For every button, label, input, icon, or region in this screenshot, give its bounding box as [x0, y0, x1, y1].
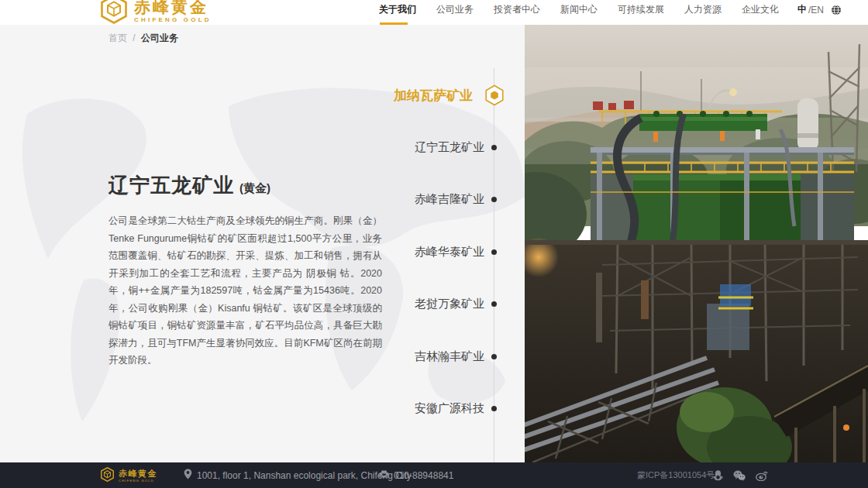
footer-logo-hexagon-icon — [101, 467, 114, 485]
footer-address: 1001, floor 1, Nanshan ecological park, … — [184, 462, 412, 488]
nav-item-investor[interactable]: 投资者中心 — [494, 3, 540, 16]
nav-item-culture[interactable]: 企业文化 — [742, 3, 779, 16]
lang-zh-label[interactable]: 中 — [797, 3, 807, 16]
nav-item-news[interactable]: 新闻中心 — [560, 3, 598, 16]
logo-title: 赤峰黄金 — [134, 0, 212, 15]
timeline-dot[interactable] — [491, 145, 497, 150]
footer-logo-title: 赤峰黄金 — [119, 469, 168, 478]
footer-icp: 蒙ICP备13001054号 — [637, 462, 715, 488]
site-footer: 赤峰黄金 CHIFENG GOLD 1001, floor 1, Nanshan… — [0, 462, 868, 488]
wechat-icon[interactable] — [733, 470, 746, 481]
timeline-dot[interactable] — [491, 197, 497, 202]
globe-icon[interactable] — [831, 5, 842, 15]
phone-icon — [379, 470, 389, 481]
footer-logo-subtitle: CHIFENG GOLD — [119, 479, 154, 482]
chifeng-gold-logo[interactable]: 赤峰黄金 CHIFENG GOLD — [101, 0, 212, 27]
nav-item-hr[interactable]: 人力资源 — [684, 3, 722, 16]
nav-item-sustainability[interactable]: 可持续发展 — [618, 3, 664, 16]
logo-hexagon-icon — [101, 0, 127, 27]
timeline-item-chifeng-huatai[interactable]: 赤峰华泰矿业 — [415, 245, 484, 259]
site-header: 赤峰黄金 CHIFENG GOLD 关于我们 公司业务 投资者中心 新闻中心 可… — [0, 0, 868, 25]
timeline-item-anhui-guangyuan[interactable]: 安徽广源科技 — [415, 401, 484, 416]
content-panel: 首页 / 公司业务 辽宁五龙矿业(黄金) 公司是全球第二大钴生产商及全球领先的铜… — [0, 25, 525, 462]
nav-item-business[interactable]: 公司业务 — [436, 3, 474, 16]
timeline-dot[interactable] — [491, 249, 497, 255]
timeline-dot[interactable] — [491, 406, 497, 411]
timeline-dot[interactable] — [491, 354, 497, 359]
main-nav: 关于我们 公司业务 投资者中心 新闻中心 可持续发展 人力资源 企业文化 中 /… — [379, 3, 842, 16]
footer-phone: 010-88948841 — [379, 462, 453, 488]
nav-item-about[interactable]: 关于我们 — [379, 3, 416, 16]
timeline-item-laos-vientiane[interactable]: 老挝万象矿业 — [415, 297, 484, 311]
lang-en-label[interactable]: /EN — [808, 5, 824, 15]
language-switch[interactable]: 中 /EN — [797, 3, 842, 16]
qq-icon[interactable] — [713, 469, 723, 481]
logo-subtitle: CHIFENG GOLD — [134, 17, 212, 23]
timeline-dot[interactable] — [491, 301, 497, 307]
timeline-line — [494, 68, 494, 462]
footer-social-links — [713, 462, 768, 488]
timeline-item-liaoning-wulong[interactable]: 辽宁五龙矿业 — [415, 140, 484, 155]
footer-phone-text: 010-88948841 — [394, 470, 453, 481]
timeline-item-ghana-wassa[interactable]: 加纳瓦萨矿业 — [394, 87, 473, 105]
footer-logo: 赤峰黄金 CHIFENG GOLD — [101, 467, 168, 485]
timeline-item-chifeng-jilong[interactable]: 赤峰吉隆矿业 — [415, 192, 484, 207]
mine-timeline-nav: 加纳瓦萨矿业 辽宁五龙矿业 赤峰吉隆矿业 赤峰华泰矿业 老挝万象矿业 吉林瀚丰矿… — [0, 25, 525, 462]
location-pin-icon — [184, 469, 192, 482]
mine-plant-photo — [525, 25, 868, 462]
timeline-item-jilin-hanfeng[interactable]: 吉林瀚丰矿业 — [415, 349, 484, 364]
timeline-active-hexagon-icon[interactable] — [483, 84, 506, 107]
weibo-icon[interactable] — [756, 470, 768, 481]
